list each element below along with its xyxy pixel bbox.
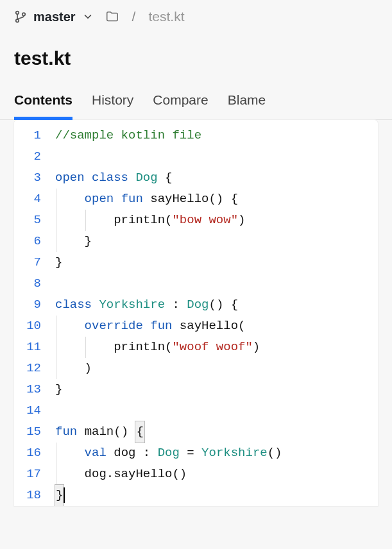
branch-selector[interactable]: master [14,10,94,24]
token-plain [55,446,85,460]
line-number[interactable]: 13 [26,379,41,400]
indent-guide [56,210,56,231]
indent-guide [56,443,56,464]
code-line[interactable] [55,146,378,167]
token-plain: = [180,446,201,460]
code-line[interactable]: ) [55,358,378,379]
line-number[interactable]: 8 [26,273,41,294]
token-plain [92,298,99,312]
token-keyword: fun [55,425,77,439]
branch-icon [14,10,27,23]
bracket-highlight: { [135,421,144,443]
token-plain: () { [209,298,238,312]
svg-point-1 [16,19,19,22]
token-plain: println( [55,213,172,227]
indent-guide [85,337,86,358]
token-plain: } [55,382,62,396]
token-type: Yorkshire [99,298,165,312]
line-number[interactable]: 3 [26,167,41,189]
text-cursor [64,487,65,503]
line-gutter: 123456789101112131415161718 [14,120,53,506]
token-fn: main [85,425,114,439]
line-number[interactable]: 4 [26,189,41,210]
code-line[interactable]: println("bow wow") [55,210,378,231]
line-number[interactable]: 10 [26,316,41,337]
line-number[interactable]: 5 [26,210,41,231]
token-plain [55,319,85,333]
token-type: Yorkshire [201,446,268,460]
code-line[interactable]: fun main() { [55,421,378,443]
line-number[interactable]: 11 [26,337,41,358]
code-line[interactable]: } [55,485,378,506]
token-plain: { [158,171,173,185]
token-keyword: val [85,446,107,460]
token-plain [114,192,121,206]
token-comment: //sample kotlin file [55,128,201,142]
token-plain [128,171,135,185]
folder-icon[interactable] [105,10,119,24]
code-line[interactable]: println("woof woof") [55,337,378,358]
svg-point-2 [22,13,26,16]
code-line[interactable]: //sample kotlin file [55,125,378,146]
code-line[interactable] [55,273,378,294]
svg-point-0 [16,12,19,15]
token-string: "woof woof" [172,340,252,354]
code-line[interactable]: } [55,379,378,400]
token-plain: () [268,446,282,460]
token-plain: } [55,255,62,269]
indent-guide [56,316,56,337]
code-line[interactable] [55,400,378,421]
code-line[interactable]: val dog : Dog = Yorkshire() [55,443,378,464]
line-number[interactable]: 15 [26,421,41,443]
tabs: ContentsHistoryCompareBlame [0,76,392,120]
tab-contents[interactable]: Contents [14,92,72,120]
token-plain: () { [209,192,238,206]
line-number[interactable]: 7 [26,252,41,273]
breadcrumb-file[interactable]: test.kt [148,9,184,24]
line-number[interactable]: 6 [26,231,41,252]
code-line[interactable]: override fun sayHello( [55,316,378,337]
token-type: Dog [158,446,180,460]
code-line[interactable]: class Yorkshire : Dog() { [55,294,378,316]
token-plain: ( [238,319,245,333]
indent-guide [56,358,56,379]
code-area[interactable]: //sample kotlin fileopen class Dog { ope… [53,120,378,506]
code-line[interactable]: open fun sayHello() { [55,189,378,210]
code-line[interactable]: } [55,252,378,273]
token-plain: : [165,298,187,312]
tab-history[interactable]: History [92,92,133,120]
tab-compare[interactable]: Compare [153,92,208,120]
indent-guide [85,210,86,231]
code-line[interactable]: } [55,231,378,252]
line-number[interactable]: 1 [26,125,41,146]
topbar: master / test.kt [0,0,392,33]
page-title: test.kt [0,33,392,76]
code-line[interactable]: dog.sayHello() [55,464,378,485]
line-number[interactable]: 16 [26,443,41,464]
token-fn: sayHello [150,192,209,206]
token-plain: ) [55,361,92,375]
line-number[interactable]: 14 [26,400,41,421]
line-number[interactable]: 18 [26,485,41,506]
breadcrumb-separator: / [132,9,136,24]
tab-blame[interactable]: Blame [228,92,266,120]
token-string: "bow wow" [172,213,238,227]
token-plain: } [55,234,92,248]
token-plain: println( [55,340,172,354]
indent-guide [56,231,56,252]
line-number[interactable]: 17 [26,464,41,485]
line-number[interactable]: 12 [26,358,41,379]
token-fn: sayHello [180,319,238,333]
line-number[interactable]: 2 [26,146,41,167]
line-number[interactable]: 9 [26,294,41,316]
code-editor[interactable]: 123456789101112131415161718 //sample kot… [14,120,378,506]
indent-guide [56,337,56,358]
token-keyword: open [55,171,85,185]
code-line[interactable]: open class Dog { [55,167,378,189]
chevron-down-icon [82,11,94,22]
token-keyword: open [85,192,114,206]
indent-guide [56,189,56,210]
token-plain: dog : [107,446,158,460]
bracket-highlight: } [55,485,64,506]
token-plain: dog.sayHello() [55,467,187,481]
